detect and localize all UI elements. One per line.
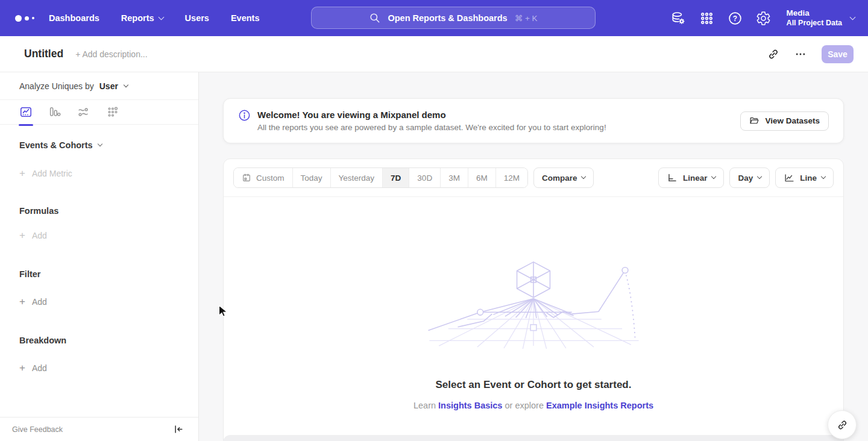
nav-item-users[interactable]: Users: [185, 13, 209, 23]
info-icon: [238, 109, 251, 122]
chevron-down-icon: [581, 174, 586, 179]
insights-chart-icon: [19, 105, 33, 119]
chevron-down-icon: [850, 14, 856, 20]
plus-icon: +: [19, 296, 25, 308]
chevron-down-icon: [124, 82, 128, 87]
calendar-icon: [242, 173, 251, 183]
link-icon: [837, 419, 848, 431]
bar-chart-icon: [48, 105, 61, 119]
more-options-ellipsis-icon[interactable]: [794, 48, 807, 60]
range-12m[interactable]: 12M: [495, 168, 527, 187]
visualization-tabs: [0, 100, 198, 125]
banner-subtitle: All the reports you see are powered by a…: [257, 123, 606, 132]
nav-right-group: ? Media All Project Data: [671, 0, 855, 36]
filter-section: Filter: [19, 269, 198, 279]
bottom-panel-peek: [223, 435, 844, 441]
sidebar-footer: Give Feedback: [0, 417, 198, 441]
analyze-value-dropdown[interactable]: User: [99, 81, 118, 91]
banner-title: Welcome! You are viewing a Mixpanel demo: [257, 110, 606, 120]
range-3m[interactable]: 3M: [440, 168, 468, 187]
linear-axis-icon: [667, 172, 678, 184]
nav-item-events[interactable]: Events: [231, 13, 260, 23]
formulas-section: Formulas: [19, 206, 198, 216]
tab-bar-chart[interactable]: [48, 100, 61, 125]
tab-retention[interactable]: [106, 100, 119, 125]
nav-item-dashboards[interactable]: Dashboards: [49, 13, 99, 23]
top-nav: Dashboards Reports Users Events Open Rep…: [0, 0, 868, 36]
date-range-segmented-control: Custom Today Yesterday 7D 30D 3M 6M 12M: [233, 167, 528, 188]
global-search-input[interactable]: Open Reports & Dashboards ⌘ + K: [311, 7, 596, 29]
main-content: Welcome! You are viewing a Mixpanel demo…: [199, 72, 868, 441]
search-placeholder: Open Reports & Dashboards: [388, 13, 507, 23]
breakdown-section: Breakdown: [19, 336, 198, 345]
tab-flows[interactable]: [77, 100, 90, 125]
report-header: Untitled + Add description... Save: [0, 36, 868, 72]
range-6m[interactable]: 6M: [468, 168, 495, 187]
range-today[interactable]: Today: [292, 168, 330, 187]
query-builder-sidebar: Analyze Uniques by User Events & Cohorts: [0, 72, 199, 441]
share-link-fab[interactable]: [828, 410, 857, 439]
empty-state-subtitle: Learn Insights Basics or explore Example…: [224, 401, 843, 410]
sidebar-sections: Events & Cohorts + Add Metric Formulas +…: [0, 140, 198, 374]
give-feedback-link[interactable]: Give Feedback: [12, 425, 63, 434]
range-yesterday[interactable]: Yesterday: [330, 168, 383, 187]
range-custom[interactable]: Custom: [234, 168, 292, 187]
events-cohorts-section[interactable]: Events & Cohorts: [19, 140, 198, 150]
empty-state-title: Select an Event or Cohort to get started…: [224, 379, 843, 391]
apps-grid-icon[interactable]: [699, 11, 714, 26]
compare-dropdown[interactable]: Compare: [533, 167, 594, 188]
scale-dropdown[interactable]: Linear: [658, 167, 725, 188]
chart-controls-row: Custom Today Yesterday 7D 30D 3M 6M 12M …: [224, 159, 843, 197]
nav-item-reports[interactable]: Reports: [121, 13, 163, 23]
mixpanel-logo-icon[interactable]: [15, 15, 37, 22]
add-description-field[interactable]: + Add description...: [75, 49, 147, 59]
view-datasets-button[interactable]: View Datasets: [740, 111, 829, 131]
project-switcher[interactable]: Media All Project Data: [787, 8, 855, 28]
empty-state-illustration: [419, 257, 648, 349]
empty-state: Select an Event or Cohort to get started…: [224, 257, 843, 410]
report-card: Custom Today Yesterday 7D 30D 3M 6M 12M …: [223, 158, 844, 441]
plus-icon: +: [19, 362, 25, 374]
plus-icon: +: [19, 230, 25, 242]
chevron-down-icon: [711, 174, 716, 179]
flows-icon: [77, 105, 90, 119]
analyze-label: Analyze Uniques by: [19, 81, 94, 91]
display-controls: Linear Day Line: [658, 167, 834, 188]
example-insights-reports-link[interactable]: Example Insights Reports: [546, 401, 653, 410]
analyze-uniques-row: Analyze Uniques by User: [0, 72, 198, 100]
add-filter-button[interactable]: + Add: [19, 296, 198, 308]
range-7d[interactable]: 7D: [382, 168, 409, 187]
collapse-sidebar-icon[interactable]: [172, 424, 184, 435]
add-breakdown-button[interactable]: + Add: [19, 362, 198, 374]
add-metric-button[interactable]: + Add Metric: [19, 167, 198, 180]
interval-dropdown[interactable]: Day: [729, 167, 770, 188]
chart-type-dropdown[interactable]: Line: [775, 167, 834, 188]
chevron-down-icon: [757, 174, 762, 179]
project-name: Media: [787, 8, 842, 19]
retention-dots-icon: [106, 105, 119, 119]
report-title[interactable]: Untitled: [24, 48, 63, 60]
data-management-icon[interactable]: [671, 11, 686, 26]
search-icon: [369, 12, 380, 23]
mixpanel-app: Dashboards Reports Users Events Open Rep…: [0, 0, 868, 441]
chevron-down-icon: [821, 174, 826, 179]
folder-icon: [749, 116, 760, 126]
save-button[interactable]: Save: [822, 45, 854, 63]
search-shortcut: ⌘ + K: [515, 13, 538, 23]
range-30d[interactable]: 30D: [409, 168, 440, 187]
chevron-down-icon: [97, 142, 102, 146]
plus-icon: +: [19, 167, 25, 180]
primary-nav: Dashboards Reports Users Events: [49, 13, 259, 23]
insights-basics-link[interactable]: Insights Basics: [438, 401, 502, 410]
tab-insights-chart[interactable]: [19, 100, 33, 125]
copy-link-icon[interactable]: [767, 48, 779, 60]
chevron-down-icon: [158, 14, 164, 20]
add-formula-button[interactable]: + Add: [19, 230, 198, 242]
demo-welcome-banner: Welcome! You are viewing a Mixpanel demo…: [223, 98, 844, 143]
date-controls: Custom Today Yesterday 7D 30D 3M 6M 12M …: [233, 167, 594, 188]
settings-gear-icon[interactable]: [756, 11, 771, 26]
help-icon[interactable]: ?: [728, 11, 743, 26]
report-header-actions: Save: [767, 45, 854, 63]
svg-text:?: ?: [732, 14, 737, 22]
line-chart-icon: [784, 172, 795, 184]
